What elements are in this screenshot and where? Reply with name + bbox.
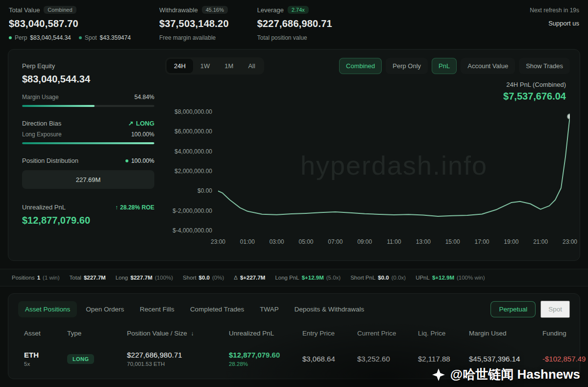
refresh-countdown: Next refresh in 19s — [530, 7, 579, 14]
delta-icon: Δ — [234, 275, 238, 281]
y-axis: $8,000,000.00$6,000,000.00$4,000,000.00$… — [165, 107, 218, 233]
perp-equity-label: Perp Equity — [22, 62, 154, 70]
unrealized-pnl-cell: $12,877,079.60 28.28% — [229, 351, 302, 367]
summary-extra: (1 win) — [43, 275, 60, 281]
summary-label: Short PnL — [350, 275, 375, 281]
chart-plot[interactable]: hyperdash.info — [218, 107, 570, 233]
header-funding[interactable]: Funding — [542, 330, 566, 337]
tab-completed-trades[interactable]: Completed Trades — [183, 301, 251, 317]
summary-positions: Positions 1 (1 win) — [12, 275, 60, 281]
position-size: 70,001.53 ETH — [127, 361, 229, 367]
leverage-badge: 2.74x — [288, 6, 309, 14]
x-tick-label: 13:00 — [416, 238, 431, 245]
direction-bias-value: ↗ LONG — [128, 120, 154, 127]
y-tick-label: $-4,000,000.00 — [172, 227, 212, 234]
table-header-row: Asset Type Position Value / Size ↓ Unrea… — [18, 330, 570, 337]
chart-panel: 24H 1W 1M All Combined Perp Only PnL Acc… — [160, 57, 570, 253]
pnl-headline-value: $7,537,676.04 — [165, 91, 566, 102]
summary-delta: Δ $+227.7M — [234, 275, 265, 281]
spot-button[interactable]: Spot — [540, 301, 570, 318]
perpetual-button[interactable]: Perpetual — [490, 301, 536, 317]
x-tick-label: 05:00 — [298, 238, 313, 245]
x-tick-label: 23:00 — [211, 238, 225, 245]
direction-bias-icon: ↗ — [128, 120, 134, 127]
long-badge: LONG — [67, 354, 94, 364]
roe-text: 28.28% ROE — [120, 204, 154, 211]
summary-extra: (5.0x) — [326, 275, 341, 281]
show-trades-button[interactable]: Show Trades — [519, 58, 570, 74]
portfolio-card: Perp Equity $83,040,544.34 Margin Usage … — [8, 49, 580, 261]
spot-value: $43.359474 — [99, 34, 130, 41]
x-tick-label: 03:00 — [270, 238, 284, 245]
entry-price-cell: $3,068.64 — [302, 355, 357, 363]
summary-label: UPnL — [416, 275, 430, 281]
tab-deposits-withdrawals[interactable]: Deposits & Withdrawals — [288, 301, 371, 317]
combined-button[interactable]: Combined — [339, 58, 382, 74]
summary-extra: (0.0x) — [392, 275, 406, 281]
summary-value: $+12.9M — [432, 275, 454, 281]
summary-extra: (100%) — [155, 275, 173, 281]
y-tick-label: $2,000,000.00 — [174, 168, 212, 175]
unrealized-pnl-label: Unrealized PnL — [22, 204, 66, 211]
range-tab-24h[interactable]: 24H — [167, 59, 193, 73]
x-tick-label: 19:00 — [504, 238, 518, 245]
distribution-segment: 227.69M — [22, 170, 154, 189]
funding-cell: -$102,857.49 — [542, 355, 586, 363]
pnl-headline: 24H PnL (Combined) $7,537,676.04 — [165, 81, 566, 102]
margin-usage-bar — [22, 105, 154, 107]
long-exposure-value: 100.00% — [131, 131, 154, 138]
perp-only-button[interactable]: Perp Only — [386, 58, 428, 74]
x-tick-label: 23:00 — [563, 238, 577, 245]
total-value-label: Total Value — [9, 6, 40, 14]
summary-label: Total — [70, 275, 81, 281]
tab-asset-positions[interactable]: Asset Positions — [18, 301, 77, 317]
margin-usage-value: 54.84% — [134, 94, 154, 101]
margin-used-cell: $45,537,396.14 — [469, 355, 542, 363]
x-tick-label: 17:00 — [474, 238, 489, 245]
chart-controls: 24H 1W 1M All Combined Perp Only PnL Acc… — [165, 57, 570, 75]
y-tick-label: $6,000,000.00 — [174, 128, 212, 135]
table-row[interactable]: ETH 5x LONG $227,686,980.71 70,001.53 ET… — [18, 351, 570, 367]
leverage-label: Leverage — [257, 6, 284, 14]
header-position-value-label: Position Value / Size — [127, 330, 187, 337]
leverage-metric: Leverage 2.74x $227,686,980.71 Total pos… — [257, 6, 332, 41]
perp-equity-value: $83,040,544.34 — [22, 74, 154, 85]
tab-open-orders[interactable]: Open Orders — [79, 301, 131, 317]
summary-value: $0.0 — [378, 275, 389, 281]
roe-value: ↑ 28.28% ROE — [115, 204, 154, 211]
pnl-chart-svg[interactable] — [218, 107, 570, 233]
x-tick-label: 01:00 — [240, 238, 255, 245]
range-tab-1w[interactable]: 1W — [193, 59, 218, 73]
header-current-price[interactable]: Current Price — [357, 330, 418, 337]
summary-long-pnl: Long PnL $+12.9M (5.0x) — [275, 275, 341, 281]
tab-recent-fills[interactable]: Recent Fills — [133, 301, 181, 317]
pnl-button[interactable]: PnL — [432, 58, 457, 74]
account-value-button[interactable]: Account Value — [461, 58, 515, 74]
header-margin-used[interactable]: Margin Used — [469, 330, 542, 337]
header-entry-price[interactable]: Entry Price — [302, 330, 357, 337]
position-value: $227,686,980.71 — [127, 351, 229, 359]
header-liq-price[interactable]: Liq. Price — [418, 330, 469, 337]
header-unrealized-pnl[interactable]: Unrealized PnL — [229, 330, 302, 337]
chart-area: $8,000,000.00$6,000,000.00$4,000,000.00$… — [165, 107, 570, 233]
range-tab-1m[interactable]: 1M — [217, 59, 241, 73]
y-tick-label: $-2,000,000.00 — [172, 207, 212, 214]
header-type[interactable]: Type — [67, 330, 127, 337]
summary-label: Long PnL — [275, 275, 299, 281]
y-tick-label: $0.00 — [197, 187, 212, 194]
header-asset[interactable]: Asset — [24, 330, 67, 337]
sort-desc-icon: ↓ — [191, 330, 194, 337]
summary-value: $0.0 — [199, 275, 210, 281]
support-us-link[interactable]: Support us — [530, 20, 579, 27]
position-value-cell: $227,686,980.71 70,001.53 ETH — [127, 351, 229, 367]
unrealized-pnl-value: $12,877,079.60 — [22, 215, 154, 226]
tab-twap[interactable]: TWAP — [253, 301, 286, 317]
summary-long: Long $227.7M (100%) — [116, 275, 173, 281]
header-position-value[interactable]: Position Value / Size ↓ — [127, 330, 229, 337]
range-tab-all[interactable]: All — [241, 59, 262, 73]
position-distribution-label: Position Distribution — [22, 157, 78, 164]
pnl-headline-label: 24H PnL (Combined) — [165, 81, 566, 88]
x-tick-label: 21:00 — [533, 238, 548, 245]
summary-total: Total $227.7M — [70, 275, 106, 281]
perp-value: $83,040,544.34 — [30, 34, 71, 41]
